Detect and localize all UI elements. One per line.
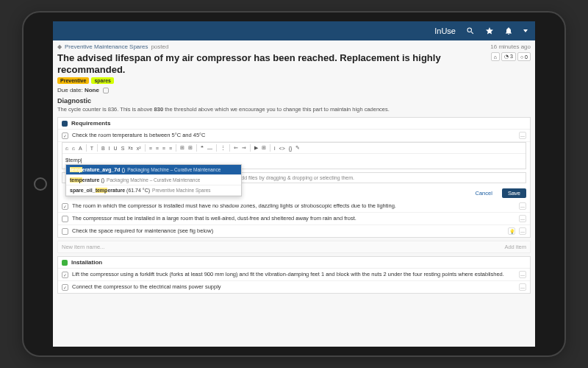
tag-preventive[interactable]: Preventive [57, 77, 89, 84]
crumb-icon: ◆ [57, 43, 62, 50]
toolbar-button[interactable]: ⊞ [188, 145, 193, 151]
toolbar-button[interactable]: ⎌ [65, 146, 68, 151]
action-pill-2[interactable]: ◔ 3 [501, 52, 516, 61]
new-item-placeholder: New item name... [62, 244, 104, 250]
item-menu-icon[interactable]: ⋯ [519, 132, 526, 139]
screen: InUse ◆ Preventive Maintenance Spares po… [53, 21, 535, 347]
app-bar: InUse [53, 21, 535, 40]
due-date: Due date: None [57, 87, 531, 93]
dropdown-caret-icon[interactable] [523, 29, 528, 32]
autocomplete-dropdown: temperature_avg_7d ()Packaging Machine –… [65, 164, 242, 197]
list-item[interactable]: Check the room temperature is between 5°… [58, 130, 530, 142]
cancel-button[interactable]: Cancel [470, 188, 498, 198]
item-menu-icon[interactable]: ⋯ [519, 271, 526, 278]
bell-icon[interactable] [504, 26, 513, 35]
section-dot-icon [62, 260, 68, 266]
save-button[interactable]: Save [502, 188, 526, 198]
item-menu-icon[interactable]: ⋯ [519, 202, 526, 210]
toolbar-button[interactable]: {} [289, 146, 293, 151]
home-button[interactable] [34, 177, 47, 191]
checkbox[interactable] [62, 284, 68, 291]
section-dot-icon [62, 121, 68, 127]
list-item[interactable]: The room in which the compressor is inst… [58, 200, 530, 213]
item-menu-icon[interactable]: ⋯ [519, 283, 526, 291]
tablet-frame: InUse ◆ Preventive Maintenance Spares po… [22, 11, 566, 357]
brand-label: InUse [434, 26, 456, 35]
new-item-input[interactable]: New item name... Add item [57, 241, 531, 253]
checkbox[interactable] [62, 132, 68, 139]
toolbar-button[interactable]: I [109, 146, 110, 151]
toolbar-button[interactable]: A [79, 146, 82, 151]
section-title: Requirements [71, 120, 110, 127]
toolbar-button[interactable]: — [207, 146, 212, 151]
checkbox[interactable] [62, 216, 68, 222]
list-item[interactable]: Check the space required for maintenance… [58, 225, 530, 237]
toolbar-button[interactable]: ✎ [295, 145, 300, 151]
lightbulb-icon[interactable]: 💡 [508, 227, 515, 235]
toolbar-button[interactable]: x² [137, 146, 141, 151]
toolbar-button[interactable]: ▶ [254, 145, 258, 151]
list-item[interactable]: Connect the compressor to the electrical… [58, 281, 530, 293]
toolbar-button[interactable]: ⇐ [234, 145, 238, 151]
toolbar-button[interactable]: i [274, 146, 276, 151]
toolbar-button[interactable]: ❝ [201, 145, 204, 151]
toolbar-button[interactable]: T [90, 146, 93, 151]
toolbar-button[interactable]: ≡ [156, 146, 159, 151]
toolbar-button[interactable]: ⋮ [220, 145, 226, 151]
dropdown-item[interactable]: temperature ()Packaging Machine – Curati… [66, 175, 241, 185]
toolbar-button[interactable]: ⊞ [262, 145, 266, 151]
breadcrumb: ◆ Preventive Maintenance Spares posted 1… [57, 43, 531, 50]
section-title: Installation [71, 259, 102, 266]
toolbar-button[interactable]: x₂ [128, 145, 133, 151]
action-pill-1[interactable]: ⌂ [491, 52, 500, 61]
checkbox[interactable] [62, 203, 68, 210]
tag-spares[interactable]: spares [91, 77, 114, 84]
checkbox[interactable] [62, 272, 68, 278]
edit-icon[interactable] [103, 88, 109, 93]
toolbar-button[interactable]: S [121, 146, 125, 151]
toolbar-button[interactable]: ⊞ [180, 145, 184, 151]
editor-toolbar: ⎌⎌ATBIUSx₂x²≡≡≡≡⊞⊞❝—⋮⇐⇒▶⊞i<>{}✎ [62, 143, 526, 154]
toolbar-button[interactable]: ⎌ [72, 146, 75, 151]
toolbar-button[interactable]: <> [279, 146, 285, 151]
rich-text-editor: ⎌⎌ATBIUSx₂x²≡≡≡≡⊞⊞❝—⋮⇐⇒▶⊞i<>{}✎ $temp| t… [62, 142, 526, 169]
item-menu-icon[interactable]: ⋯ [519, 215, 526, 222]
search-icon[interactable] [466, 26, 475, 35]
title-actions: ⌂ ◔ 3 ○ 0 [491, 52, 531, 61]
diagnostic-heading: Diagnostic [57, 97, 531, 105]
crumb-category[interactable]: Preventive Maintenance Spares [65, 43, 148, 50]
toolbar-button[interactable]: ≡ [169, 146, 172, 151]
list-item[interactable]: Lift the compressor using a forklift tru… [58, 269, 530, 281]
add-item-button[interactable]: Add item [504, 244, 526, 250]
dropdown-item[interactable]: spare_oil_temperature (61.74 °C)Preventi… [66, 185, 241, 196]
section-requirements: Requirements Check the room temperature … [57, 117, 531, 238]
dropdown-item[interactable]: temperature_avg_7d ()Packaging Machine –… [66, 165, 241, 175]
crumb-suffix: posted [151, 43, 168, 50]
toolbar-button[interactable]: U [114, 146, 118, 151]
page-title: The advised lifespan of my air compresso… [57, 52, 485, 75]
toolbar-button[interactable]: ≡ [162, 146, 165, 151]
toolbar-button[interactable]: B [101, 146, 105, 151]
star-icon[interactable] [485, 26, 494, 35]
item-menu-icon[interactable]: ⋯ [519, 227, 526, 235]
diagnostic-body: The cycle counter is 836. This is above … [57, 106, 531, 113]
action-pill-3[interactable]: ○ 0 [517, 52, 531, 61]
section-installation: Installation Lift the compressor using a… [57, 256, 531, 294]
content-area: ◆ Preventive Maintenance Spares posted 1… [53, 40, 535, 347]
checkbox[interactable] [62, 228, 68, 235]
list-item[interactable]: The compressor must be installed in a la… [58, 213, 530, 225]
editor-body[interactable]: $temp| temperature_avg_7d ()Packaging Ma… [62, 154, 526, 169]
toolbar-button[interactable]: ⇒ [242, 145, 246, 151]
timestamp: 16 minutes ago [490, 43, 531, 50]
toolbar-button[interactable]: ≡ [149, 146, 152, 151]
